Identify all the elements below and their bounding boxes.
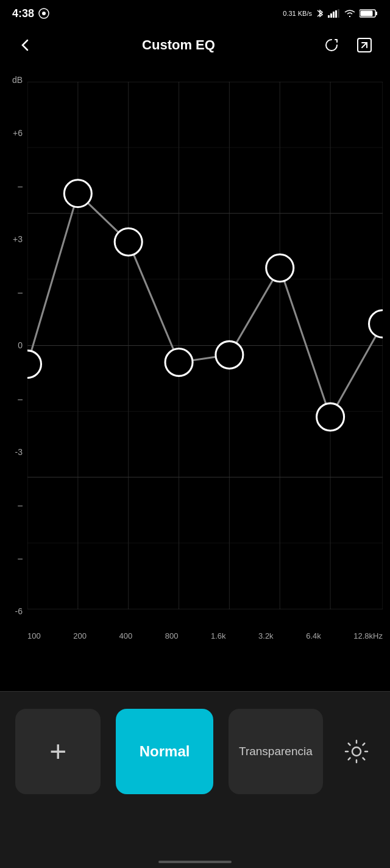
svg-rect-6 — [338, 9, 339, 18]
y-label-dash3: – — [18, 395, 23, 403]
eq-handle-800[interactable] — [165, 349, 193, 376]
eq-handle-200[interactable] — [64, 180, 91, 207]
x-label-12800: 12.8kHz — [353, 631, 383, 640]
status-time: 4:38 — [12, 7, 34, 20]
normal-preset-button[interactable]: Normal — [116, 709, 213, 794]
transparency-label: Transparencia — [239, 744, 313, 759]
network-icon — [38, 7, 50, 20]
wifi-icon — [344, 9, 356, 18]
svg-point-1 — [42, 12, 46, 15]
y-label-p3: +3 — [13, 235, 23, 243]
svg-rect-9 — [361, 11, 373, 16]
svg-point-28 — [352, 747, 361, 756]
eq-chart-container: dB +6 – +3 – 0 – -3 – – -6 100 200 400 8… — [0, 63, 390, 649]
eq-curve — [27, 193, 383, 417]
eq-svg — [27, 82, 383, 609]
x-label-100: 100 — [27, 631, 41, 640]
reset-button[interactable] — [321, 34, 342, 56]
svg-rect-8 — [376, 12, 378, 15]
gear-icon — [343, 738, 370, 765]
status-bar: 4:38 0.31 KB/s — [0, 0, 390, 27]
transparency-preset-button[interactable]: Transparencia — [229, 709, 323, 794]
header: Custom EQ — [0, 27, 390, 63]
y-label-dash4: – — [18, 501, 23, 509]
eq-handle-12800[interactable] — [369, 310, 383, 337]
svg-rect-3 — [330, 13, 332, 18]
y-label-p6: +6 — [13, 129, 23, 137]
y-label-dash2: – — [18, 288, 23, 296]
status-time-area: 4:38 — [12, 7, 50, 20]
bluetooth-icon — [316, 8, 324, 19]
eq-handle-1600[interactable] — [216, 341, 243, 368]
svg-rect-4 — [333, 12, 335, 18]
eq-handle-6400[interactable] — [317, 403, 344, 431]
y-label-dash5: – — [18, 554, 23, 562]
y-axis: dB +6 – +3 – 0 – -3 – – -6 — [0, 76, 27, 615]
x-label-400: 400 — [119, 631, 132, 640]
x-label-3200: 3.2k — [258, 631, 274, 640]
page-title: Custom EQ — [142, 37, 215, 53]
svg-rect-5 — [335, 10, 337, 18]
x-label-1600: 1.6k — [211, 631, 226, 640]
header-actions — [321, 34, 375, 56]
back-button[interactable] — [15, 34, 37, 56]
battery-icon — [360, 9, 378, 18]
add-preset-button[interactable]: + — [15, 709, 101, 794]
eq-handle-100[interactable] — [27, 351, 41, 378]
normal-label: Normal — [140, 743, 190, 760]
x-label-800: 800 — [165, 631, 179, 640]
x-label-6400: 6.4k — [306, 631, 321, 640]
y-label-m6: -6 — [15, 607, 23, 615]
eq-handle-3200[interactable] — [266, 254, 294, 282]
signal-icon — [328, 9, 340, 18]
x-axis: 100 200 400 800 1.6k 3.2k 6.4k 12.8kHz — [27, 631, 383, 640]
data-speed: 0.31 KB/s — [283, 10, 312, 17]
home-indicator — [158, 861, 232, 863]
export-button[interactable] — [353, 34, 375, 56]
y-label-m3: -3 — [15, 448, 23, 456]
eq-handle-400[interactable] — [115, 228, 142, 256]
bottom-panel: + Normal Transparencia — [0, 691, 390, 868]
bottom-buttons-row: + Normal Transparencia — [0, 692, 390, 811]
y-label-dash1: – — [18, 182, 23, 190]
add-icon: + — [49, 737, 66, 766]
status-right-area: 0.31 KB/s — [283, 8, 378, 19]
y-label-zero: 0 — [18, 341, 23, 350]
svg-rect-2 — [328, 15, 330, 18]
settings-button[interactable] — [338, 733, 375, 770]
db-label: dB — [12, 76, 23, 84]
x-label-200: 200 — [73, 631, 87, 640]
